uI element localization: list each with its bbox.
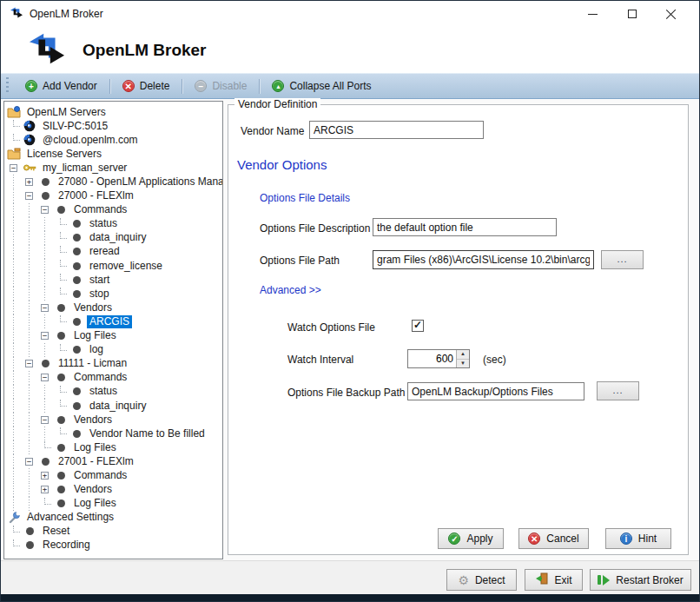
collapse-expander-icon[interactable]: −	[25, 458, 33, 466]
collapse-expander-icon[interactable]: −	[41, 304, 49, 312]
collapse-expander-icon[interactable]: −	[41, 374, 49, 381]
tree-item-status[interactable]: status	[4, 385, 222, 399]
path-browse-button[interactable]: ...	[601, 250, 644, 269]
tree-item-my-licman-server[interactable]: −my_licman_server	[4, 161, 222, 175]
tree-item-label: start	[87, 274, 112, 287]
tree-item-data-inquiry[interactable]: data_inquiry	[4, 399, 222, 413]
tree-item-cloud-openlm-com[interactable]: @cloud.openlm.com	[4, 133, 222, 147]
options-file-path-label: Options File Path	[260, 255, 340, 267]
tree-connector-icon	[13, 120, 20, 127]
bottom-bar: ⚙ Detect Exit Restart Broker	[1, 560, 699, 594]
tree-item-openlm-servers[interactable]: OpenLM Servers	[4, 105, 222, 119]
maximize-button[interactable]	[612, 2, 651, 26]
collapse-expander-icon[interactable]: −	[25, 360, 33, 367]
tree-item-label: status	[87, 385, 120, 398]
collapse-expander-icon[interactable]: −	[41, 332, 49, 340]
options-file-details-link[interactable]: Options File Details	[260, 192, 350, 204]
tree-item-recording[interactable]: Recording	[4, 539, 222, 552]
minus-circle-icon: −	[195, 80, 207, 92]
tree-item-commands[interactable]: −Commands	[4, 371, 222, 385]
spin-up-icon[interactable]: ▲	[457, 350, 469, 360]
collapse-expander-icon[interactable]: −	[41, 416, 49, 424]
tree-item-log-files[interactable]: −Log Files	[4, 329, 222, 343]
cancel-button[interactable]: ✕ Cancel	[518, 528, 589, 549]
vendor-name-input[interactable]	[309, 121, 484, 139]
backup-path-input[interactable]	[407, 382, 584, 400]
expand-expander-icon[interactable]: +	[41, 486, 49, 493]
spin-down-icon[interactable]: ▼	[457, 360, 469, 368]
tree-item-data-inquiry[interactable]: data_inquiry	[4, 231, 222, 245]
minimize-button[interactable]	[573, 2, 612, 26]
tree-expander-slot: −	[38, 416, 54, 424]
watch-interval-stepper[interactable]: ▲▼	[407, 349, 470, 368]
tree-guide-line	[23, 413, 38, 427]
hint-button[interactable]: i Hint	[605, 528, 671, 549]
wrench-icon	[7, 511, 21, 525]
options-file-description-label: Options File Description	[260, 222, 370, 235]
expand-expander-icon[interactable]: +	[25, 178, 33, 186]
close-button[interactable]	[651, 2, 690, 26]
tree-guide-line	[38, 245, 54, 259]
advanced-link[interactable]: Advanced >>	[260, 284, 321, 296]
tree-connector-slot	[54, 318, 69, 325]
expand-expander-icon[interactable]: +	[41, 472, 49, 480]
tree-guide-line	[23, 427, 38, 440]
tree-guide-line	[7, 343, 23, 357]
apply-button[interactable]: ✓ Apply	[438, 528, 504, 549]
app-logo-icon	[10, 6, 23, 23]
options-file-path-input[interactable]	[373, 250, 594, 269]
tree-item-log[interactable]: log	[4, 343, 222, 357]
spinner-buttons[interactable]: ▲▼	[456, 350, 469, 367]
bullet-icon	[38, 175, 52, 189]
tree-item-start[interactable]: start	[4, 273, 222, 287]
tree-item-status[interactable]: status	[4, 217, 222, 231]
add-vendor-button[interactable]: +Add Vendor	[16, 77, 107, 95]
tree-item-remove-license[interactable]: remove_license	[4, 259, 222, 273]
tree-item-vendors[interactable]: +Vendors	[4, 483, 222, 497]
tree-guide-line	[7, 454, 23, 468]
detect-button[interactable]: ⚙ Detect	[446, 569, 517, 591]
hint-info-icon: i	[620, 533, 632, 545]
tree-item-label: 27000 - FLEXlm	[56, 189, 136, 202]
tree-item-27001-flexlm[interactable]: −27001 - FLEXlm	[4, 454, 222, 468]
tree-connector-icon	[44, 441, 51, 448]
tree-connector-icon	[60, 427, 67, 434]
tree-item-log-files[interactable]: Log Files	[4, 497, 222, 511]
tree-item-reset[interactable]: Reset	[4, 525, 222, 539]
tree-item-11111-licman[interactable]: −11111 - Licman	[4, 357, 222, 371]
tree-guide-line	[38, 287, 54, 301]
tree-item-vendor-name-to-be-filled[interactable]: Vendor Name to Be filled	[4, 427, 222, 440]
tree-guide-line	[7, 301, 23, 314]
tree-item-arcgis[interactable]: ARCGIS	[4, 314, 222, 328]
tree-connector-icon	[60, 274, 67, 281]
tree-item-commands[interactable]: +Commands	[4, 468, 222, 482]
tree-item-label: SILV-PC:5015	[40, 120, 110, 133]
tree-item-vendors[interactable]: −Vendors	[4, 301, 222, 314]
tree-item-advanced-settings[interactable]: Advanced Settings	[4, 511, 222, 525]
tree-item-commands[interactable]: −Commands	[4, 203, 222, 217]
tree-connector-slot	[54, 430, 69, 437]
tree-item-vendors[interactable]: −Vendors	[4, 413, 222, 427]
delete-button[interactable]: ✕Delete	[113, 77, 180, 95]
restart-broker-button[interactable]: Restart Broker	[590, 569, 691, 591]
collapse-expander-icon[interactable]: −	[41, 206, 49, 214]
tree-item-stop[interactable]: stop	[4, 287, 222, 301]
collapse-all-ports-button[interactable]: ▲Collapse All Ports	[262, 77, 380, 95]
watch-interval-input[interactable]	[408, 350, 456, 367]
backup-browse-button[interactable]: ...	[597, 381, 639, 400]
tree-item-reread[interactable]: reread	[4, 245, 222, 259]
tree-item-27080-openlm-applications-manager[interactable]: +27080 - OpenLM Applications Manager	[4, 175, 222, 189]
collapse-expander-icon[interactable]: −	[10, 164, 17, 172]
tree-item-log-files[interactable]: Log Files	[4, 440, 222, 454]
tree-item-license-servers[interactable]: License Servers	[4, 147, 222, 161]
tree-item-label: @cloud.openlm.com	[40, 134, 141, 147]
tree-guide-line	[23, 483, 38, 497]
tree-guide-line	[38, 217, 54, 231]
collapse-expander-icon[interactable]: −	[25, 192, 33, 200]
server-tree: OpenLM ServersSILV-PC:5015@cloud.openlm.…	[3, 101, 223, 559]
exit-button[interactable]: Exit	[525, 569, 583, 591]
tree-item-27000-flexlm[interactable]: −27000 - FLEXlm	[4, 189, 222, 203]
tree-item-silv-pc-5015[interactable]: SILV-PC:5015	[4, 119, 222, 133]
options-file-description-input[interactable]	[373, 218, 557, 236]
watch-options-file-checkbox[interactable]	[412, 320, 424, 332]
